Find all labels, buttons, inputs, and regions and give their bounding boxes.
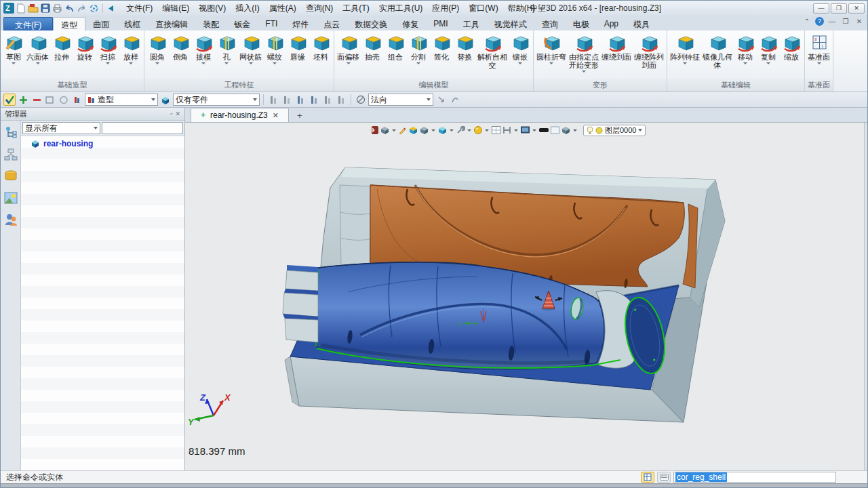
redo-icon[interactable] bbox=[77, 4, 87, 13]
keyboard-button[interactable] bbox=[657, 472, 671, 483]
save-icon[interactable] bbox=[41, 3, 50, 13]
add-icon[interactable] bbox=[17, 94, 29, 106]
visual-manager-icon[interactable] bbox=[4, 191, 18, 205]
remove-icon[interactable] bbox=[31, 94, 43, 106]
align-6-icon[interactable] bbox=[335, 94, 347, 106]
tab-曲面[interactable]: 曲面 bbox=[85, 17, 117, 30]
ribbon-button-圆柱折弯[interactable]: 圆柱折弯 bbox=[535, 31, 568, 64]
grid-toggle-icon[interactable] bbox=[491, 125, 501, 135]
section-view-icon[interactable] bbox=[456, 125, 465, 135]
menu-10[interactable]: 窗口(W) bbox=[464, 1, 502, 16]
ribbon-button-抽壳[interactable]: 抽壳 bbox=[361, 31, 384, 64]
pick-2-icon[interactable] bbox=[448, 94, 460, 106]
open-file-icon[interactable] bbox=[28, 3, 39, 13]
help-icon[interactable]: ? bbox=[815, 17, 824, 26]
doc-close-icon[interactable]: ✕ bbox=[854, 18, 865, 25]
wireframe-view-icon[interactable] bbox=[419, 125, 429, 135]
normal-combo[interactable]: 法向 bbox=[368, 94, 433, 106]
clamp-icon[interactable] bbox=[502, 125, 512, 135]
align-2-icon[interactable] bbox=[281, 94, 293, 106]
bg-dark-icon[interactable] bbox=[538, 125, 549, 135]
ribbon-button-草图[interactable]: 草图 bbox=[2, 31, 25, 64]
normal-icon[interactable] bbox=[355, 94, 367, 106]
tab-修复[interactable]: 修复 bbox=[395, 17, 426, 30]
doc-restore-icon[interactable]: ❐ bbox=[840, 18, 851, 25]
shape-type-combo[interactable]: 造型 bbox=[85, 94, 158, 106]
bg-light-icon[interactable] bbox=[550, 125, 560, 135]
minimize-button[interactable]: — bbox=[813, 3, 829, 14]
command-input[interactable]: cor_reg_shell bbox=[673, 472, 836, 483]
menu-2[interactable]: 编辑(E) bbox=[157, 1, 194, 16]
tab-FTI[interactable]: FTI bbox=[258, 17, 285, 30]
align-3-icon[interactable] bbox=[294, 94, 307, 106]
select-check-icon[interactable] bbox=[3, 94, 16, 106]
viewport-scrollbar[interactable] bbox=[864, 123, 867, 470]
ribbon-button-移动[interactable]: 移动 bbox=[734, 31, 757, 64]
refresh-target-icon[interactable] bbox=[89, 3, 99, 14]
menu-7[interactable]: 工具(T) bbox=[338, 1, 374, 16]
ribbon-button-旋转[interactable]: 旋转 bbox=[73, 31, 96, 64]
orientation-triad[interactable]: Z X Y bbox=[188, 391, 235, 433]
doc-minimize-icon[interactable]: — bbox=[827, 18, 837, 25]
document-tab-close-icon[interactable]: ✕ bbox=[273, 111, 279, 120]
ribbon-button-孔[interactable]: 孔 bbox=[215, 31, 238, 64]
ribbon-button-由指定点开始变形[interactable]: 由指定点开始变形 bbox=[568, 31, 600, 73]
back-arrow-icon[interactable] bbox=[106, 4, 115, 13]
tree-item-root[interactable]: rear-housing bbox=[21, 138, 184, 149]
ribbon-button-放样[interactable]: 放样 bbox=[119, 31, 142, 64]
ribbon-button-基准面[interactable]: 31基准面 bbox=[806, 31, 831, 64]
file-menu-button[interactable]: 文件(F) bbox=[3, 17, 53, 30]
display-filter-combo[interactable]: 显示所有 bbox=[22, 122, 100, 134]
ribbon-button-组合[interactable]: 组合 bbox=[384, 31, 407, 64]
undo-icon[interactable] bbox=[64, 4, 75, 13]
menu-11[interactable]: 帮助(H) bbox=[503, 1, 540, 16]
collapse-ribbon-icon[interactable]: ⌃ bbox=[802, 18, 812, 25]
layer-combo[interactable]: 图层0000 bbox=[583, 125, 646, 136]
sketch-pencil-icon[interactable] bbox=[398, 125, 408, 135]
ribbon-button-分割[interactable]: 分割 bbox=[407, 31, 430, 64]
close-button[interactable]: ✕ bbox=[848, 3, 865, 14]
view-cube-icon[interactable] bbox=[380, 125, 390, 135]
align-5-icon[interactable] bbox=[321, 94, 334, 106]
render-mode-icon[interactable] bbox=[473, 125, 483, 135]
multi-view-icon[interactable] bbox=[561, 125, 571, 135]
document-tab[interactable]: + rear-housing.Z3 ✕ bbox=[191, 108, 289, 122]
ribbon-button-镶嵌[interactable]: 镶嵌 bbox=[509, 31, 532, 64]
ribbon-button-扫掠[interactable]: 扫掠 bbox=[96, 31, 119, 64]
new-file-icon[interactable] bbox=[16, 3, 26, 14]
tab-查询[interactable]: 查询 bbox=[534, 17, 566, 30]
tab-造型[interactable]: 造型 bbox=[53, 17, 85, 30]
tab-工具[interactable]: 工具 bbox=[456, 17, 487, 30]
entity-filter-combo[interactable]: 仅有零件 bbox=[173, 94, 260, 106]
role-manager-icon[interactable] bbox=[4, 213, 18, 226]
shaded-view-icon[interactable] bbox=[408, 125, 418, 135]
tab-装配[interactable]: 装配 bbox=[195, 17, 226, 30]
filter-bars-icon[interactable] bbox=[71, 94, 83, 106]
menu-5[interactable]: 属性(A) bbox=[264, 1, 301, 16]
ribbon-button-面偏移[interactable]: 面偏移 bbox=[336, 31, 361, 64]
viewport-3d[interactable]: Y 图层0000 Z X Y 818.397 mm bbox=[185, 123, 867, 470]
history-manager-icon[interactable] bbox=[4, 126, 18, 140]
ribbon-button-拔模[interactable]: 拔模 bbox=[192, 31, 215, 64]
search-box[interactable] bbox=[102, 122, 183, 134]
ribbon-button-简化[interactable]: 简化 bbox=[430, 31, 453, 64]
pick-1-icon[interactable] bbox=[435, 94, 447, 106]
input-mode-table-button[interactable] bbox=[641, 472, 654, 483]
ribbon-button-缠绕阵列到面[interactable]: 缠绕阵列到面 bbox=[633, 31, 665, 73]
align-4-icon[interactable] bbox=[308, 94, 320, 106]
tab-钣金[interactable]: 钣金 bbox=[226, 17, 258, 30]
ribbon-button-倒角[interactable]: 倒角 bbox=[169, 31, 192, 64]
tab-App[interactable]: App bbox=[597, 17, 626, 30]
scene-settings-icon[interactable] bbox=[520, 125, 530, 135]
ribbon-button-六面体[interactable]: 六面体 bbox=[25, 31, 50, 64]
tab-电极[interactable]: 电极 bbox=[566, 17, 597, 30]
ribbon-button-镜像几何体[interactable]: 镜像几何体 bbox=[701, 31, 734, 73]
tab-焊件[interactable]: 焊件 bbox=[285, 17, 316, 30]
solid-manager-icon[interactable] bbox=[4, 169, 18, 183]
tab-点云[interactable]: 点云 bbox=[316, 17, 347, 30]
menu-4[interactable]: 插入(I) bbox=[231, 1, 264, 16]
align-1-icon[interactable] bbox=[267, 94, 279, 106]
new-tab-button[interactable]: + bbox=[289, 110, 309, 122]
ribbon-button-缠绕到面[interactable]: 缠绕到面 bbox=[600, 31, 633, 64]
menu-3[interactable]: 视图(V) bbox=[194, 1, 231, 16]
